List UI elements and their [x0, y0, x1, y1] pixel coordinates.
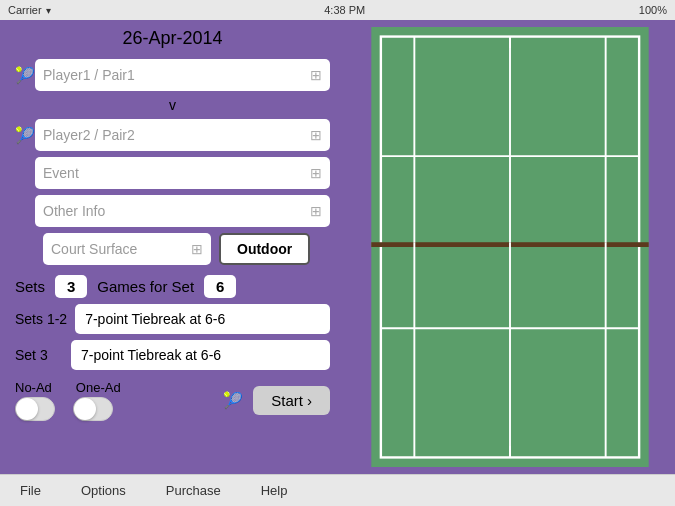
court-svg: [365, 27, 655, 467]
sets-row: Sets 3 Games for Set 6: [15, 275, 330, 298]
no-ad-toggle-knob: [16, 398, 38, 420]
no-ad-label: No-Ad: [15, 380, 52, 395]
menu-file[interactable]: File: [0, 475, 61, 506]
sets-1-2-value: 7-point Tiebreak at 6-6: [85, 311, 225, 327]
player1-field-icon: ⊞: [310, 67, 322, 83]
time-display: 4:38 PM: [324, 4, 365, 16]
player1-icon: 🎾: [15, 66, 29, 85]
start-chevron: ›: [307, 392, 312, 409]
event-field[interactable]: Event ⊞: [35, 157, 330, 189]
court-surface-row: Court Surface ⊞ Outdoor: [15, 233, 330, 265]
games-for-set-label: Games for Set: [97, 278, 194, 295]
other-info-field[interactable]: Other Info ⊞: [35, 195, 330, 227]
court-surface-field[interactable]: Court Surface ⊞: [43, 233, 211, 265]
left-panel: 26-Apr-2014 🎾 Player1 / Pair1 ⊞ v 🎾 Play…: [0, 20, 345, 474]
set-3-field[interactable]: 7-point Tiebreak at 6-6: [71, 340, 330, 370]
sets-1-2-field[interactable]: 7-point Tiebreak at 6-6: [75, 304, 330, 334]
tennis-court: [365, 27, 655, 467]
sets-value[interactable]: 3: [55, 275, 87, 298]
menu-bar: File Options Purchase Help: [0, 474, 675, 506]
outdoor-button[interactable]: Outdoor: [219, 233, 310, 265]
player2-field-icon: ⊞: [310, 127, 322, 143]
set-3-row: Set 3 7-point Tiebreak at 6-6: [15, 340, 330, 370]
court-surface-placeholder: Court Surface: [51, 241, 137, 257]
date-title: 26-Apr-2014: [15, 28, 330, 49]
sets-1-2-row: Sets 1-2 7-point Tiebreak at 6-6: [15, 304, 330, 334]
event-placeholder: Event: [43, 165, 79, 181]
sets-label: Sets: [15, 278, 45, 295]
toggles-section: No-Ad One-Ad: [15, 380, 125, 421]
other-info-placeholder: Other Info: [43, 203, 105, 219]
player1-placeholder: Player1 / Pair1: [43, 67, 135, 83]
bottom-row: No-Ad One-Ad 🎾 Start ›: [15, 380, 330, 421]
status-left: Carrier ▾: [8, 4, 51, 16]
start-row: 🎾 Start ›: [223, 386, 330, 415]
main-content: 26-Apr-2014 🎾 Player1 / Pair1 ⊞ v 🎾 Play…: [0, 20, 675, 474]
player1-field[interactable]: Player1 / Pair1 ⊞: [35, 59, 330, 91]
versus-label: v: [15, 97, 330, 113]
start-racket-icon: 🎾: [223, 391, 243, 410]
games-for-set-value[interactable]: 6: [204, 275, 236, 298]
menu-options[interactable]: Options: [61, 475, 146, 506]
right-panel: [345, 20, 675, 474]
wifi-icon: ▾: [46, 5, 51, 16]
set-3-value: 7-point Tiebreak at 6-6: [81, 347, 221, 363]
toggle-labels: No-Ad One-Ad: [15, 380, 125, 395]
player2-row: 🎾 Player2 / Pair2 ⊞: [15, 119, 330, 151]
court-surface-field-icon: ⊞: [191, 241, 203, 257]
event-row: Event ⊞: [15, 157, 330, 189]
one-ad-toggle[interactable]: [73, 397, 113, 421]
other-info-field-icon: ⊞: [310, 203, 322, 219]
other-info-row: Other Info ⊞: [15, 195, 330, 227]
no-ad-toggle[interactable]: [15, 397, 55, 421]
menu-help[interactable]: Help: [241, 475, 308, 506]
carrier-text: Carrier: [8, 4, 42, 16]
player2-field[interactable]: Player2 / Pair2 ⊞: [35, 119, 330, 151]
player2-icon: 🎾: [15, 126, 29, 145]
battery-text: 100%: [639, 4, 667, 16]
event-field-icon: ⊞: [310, 165, 322, 181]
start-label: Start: [271, 392, 303, 409]
start-button[interactable]: Start ›: [253, 386, 330, 415]
one-ad-label: One-Ad: [76, 380, 121, 395]
toggle-switches: [15, 397, 125, 421]
menu-purchase[interactable]: Purchase: [146, 475, 241, 506]
set-3-label: Set 3: [15, 347, 63, 363]
status-right: 100%: [639, 4, 667, 16]
status-bar: Carrier ▾ 4:38 PM 100%: [0, 0, 675, 20]
one-ad-toggle-knob: [74, 398, 96, 420]
player2-placeholder: Player2 / Pair2: [43, 127, 135, 143]
sets-1-2-label: Sets 1-2: [15, 311, 67, 327]
player1-row: 🎾 Player1 / Pair1 ⊞: [15, 59, 330, 91]
